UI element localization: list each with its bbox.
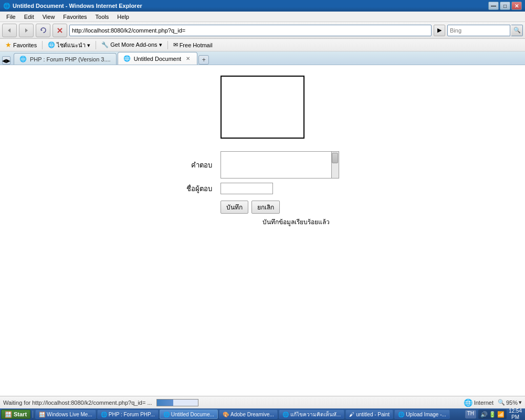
title-bar: 🌐 Untitled Document - Windows Internet E… bbox=[0, 0, 525, 12]
maximize-button[interactable]: □ bbox=[500, 2, 510, 10]
title-text: Untitled Document - Windows Internet Exp… bbox=[13, 3, 142, 9]
page-content: คำตอบ ชื่อผู้ตอบ bbox=[0, 65, 525, 396]
refresh-icon bbox=[40, 27, 47, 34]
title-bar-controls: — □ ✕ bbox=[488, 2, 522, 10]
bing-search: 🔍 bbox=[447, 25, 523, 36]
minimize-button[interactable]: — bbox=[488, 2, 499, 10]
tab-untitled[interactable]: 🌐 Untitled Document ✕ bbox=[118, 52, 198, 65]
reply-label: คำตอบ bbox=[191, 161, 212, 169]
fav-icon-1: 🌐 bbox=[48, 41, 55, 48]
fav-label-1: ไซต์แนะนำ ▾ bbox=[57, 40, 90, 50]
menu-view[interactable]: View bbox=[38, 13, 59, 21]
svg-marker-1 bbox=[25, 28, 28, 33]
address-bar: ▶ bbox=[69, 25, 445, 36]
bing-input[interactable] bbox=[447, 25, 510, 36]
forward-icon bbox=[23, 27, 29, 34]
new-tab-button[interactable]: + bbox=[198, 55, 209, 65]
name-label: ชื่อผู้ตอบ bbox=[186, 185, 212, 193]
refresh-button[interactable] bbox=[36, 24, 50, 37]
fav-item-2[interactable]: 🔧 Get More Add-ons ▾ bbox=[99, 40, 164, 49]
form-buttons: บันทึก ยกเลิก bbox=[220, 201, 339, 214]
tab-icon-2: 🌐 bbox=[123, 55, 131, 62]
address-input[interactable] bbox=[69, 25, 432, 36]
tab-controls: ◀▶ bbox=[2, 56, 10, 65]
fav-icon-3: ✉ bbox=[173, 41, 178, 48]
textarea-scrollbar bbox=[331, 152, 339, 178]
favorites-label: Favorites bbox=[13, 42, 37, 48]
stop-icon bbox=[57, 27, 63, 34]
toolbar: ▶ 🔍 bbox=[0, 22, 525, 39]
cancel-button[interactable]: ยกเลิก bbox=[251, 201, 280, 214]
fav-separator-3 bbox=[167, 41, 168, 49]
menu-edit[interactable]: Edit bbox=[20, 13, 38, 21]
image-box bbox=[220, 76, 304, 139]
star-icon: ★ bbox=[5, 41, 12, 49]
browser-icon: 🌐 bbox=[3, 3, 10, 9]
fav-item-1[interactable]: 🌐 ไซต์แนะนำ ▾ bbox=[46, 39, 92, 51]
tab-label-2: Untitled Document bbox=[134, 56, 182, 62]
menu-file[interactable]: File bbox=[2, 13, 20, 21]
comment-form: คำตอบ ชื่อผู้ตอบ bbox=[182, 149, 343, 229]
name-input[interactable] bbox=[220, 183, 273, 194]
menu-favorites[interactable]: Favorites bbox=[59, 13, 91, 21]
fav-item-3[interactable]: ✉ Free Hotmail bbox=[171, 40, 215, 49]
menu-tools[interactable]: Tools bbox=[91, 13, 113, 21]
back-button[interactable] bbox=[2, 24, 17, 37]
favorites-button[interactable]: ★ Favorites bbox=[3, 40, 39, 50]
go-button[interactable]: ▶ bbox=[434, 25, 445, 36]
fav-label-3: Free Hotmail bbox=[180, 42, 213, 48]
tab-php-forum[interactable]: 🌐 PHP : Forum PHP (Version 3.... bbox=[14, 53, 117, 65]
back-icon bbox=[6, 27, 13, 34]
tabs-bar: ◀▶ 🌐 PHP : Forum PHP (Version 3.... 🌐 Un… bbox=[0, 51, 525, 65]
status-message: บันทึกข้อมูลเรียบร้อยแล้ว bbox=[262, 217, 339, 227]
tab-close-button[interactable]: ✕ bbox=[184, 55, 192, 62]
close-button[interactable]: ✕ bbox=[511, 2, 522, 10]
tab-list-button[interactable]: ◀▶ bbox=[2, 56, 10, 65]
forward-button[interactable] bbox=[19, 24, 34, 37]
fav-label-2: Get More Add-ons ▾ bbox=[110, 41, 162, 48]
scrollbar-thumb bbox=[332, 153, 338, 163]
menu-bar: File Edit View Favorites Tools Help bbox=[0, 12, 525, 22]
svg-marker-0 bbox=[8, 28, 10, 33]
save-button[interactable]: บันทึก bbox=[220, 201, 248, 214]
favorites-bar: ★ Favorites 🌐 ไซต์แนะนำ ▾ 🔧 Get More Add… bbox=[0, 39, 525, 51]
reply-textarea[interactable] bbox=[221, 152, 331, 178]
fav-icon-2: 🔧 bbox=[101, 41, 109, 48]
fav-separator-2 bbox=[96, 41, 96, 49]
fav-separator-1 bbox=[42, 41, 43, 49]
tab-icon-1: 🌐 bbox=[19, 56, 27, 62]
svg-marker-2 bbox=[41, 29, 43, 32]
reply-textarea-container bbox=[220, 151, 339, 178]
menu-help[interactable]: Help bbox=[113, 13, 133, 21]
bing-go-button[interactable]: 🔍 bbox=[511, 25, 523, 36]
stop-button[interactable] bbox=[52, 24, 67, 37]
tab-label-1: PHP : Forum PHP (Version 3.... bbox=[30, 56, 111, 62]
